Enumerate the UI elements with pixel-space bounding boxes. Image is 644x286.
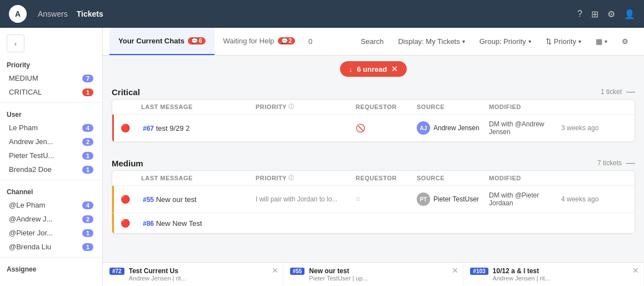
bottom-toast-1[interactable]: #55 New our test Pieter TestUser | up...… xyxy=(283,262,464,286)
user-icon[interactable]: 👤 xyxy=(624,9,635,19)
display-filter-button[interactable]: Display: My Tickets ▾ xyxy=(393,35,469,48)
toast-content-1: New our test Pieter TestUser | up... xyxy=(309,267,456,282)
tab-current-chats[interactable]: Your Current Chats 💬 6 xyxy=(109,28,214,55)
sidebar-item-channel-le-pham[interactable]: @Le Pham 4 xyxy=(2,198,100,212)
sidebar-item-channel-pieter[interactable]: @Pieter Jor... 1 xyxy=(2,226,100,240)
ticket-row[interactable]: 🔴 #67 test 9/29 2 🚫 AJ Andrew Jensen xyxy=(112,115,635,142)
sidebar-item-medium-label: MEDIUM xyxy=(9,74,38,82)
bottom-toast-2[interactable]: #103 10/12 a & l test Andrew Jensen | ri… xyxy=(463,262,644,286)
toast-close-2[interactable]: ✕ xyxy=(632,266,639,275)
sidebar-section-priority: Priority xyxy=(0,57,102,71)
col-last-message-m: Last Message xyxy=(141,174,256,182)
critical-ticket-table: Last Message Priority ⓘ Requestor Source… xyxy=(112,99,635,142)
toast-sub-1: Pieter TestUser | up... xyxy=(309,275,456,282)
sidebar-item-medium-count: 7 xyxy=(82,75,93,82)
avatar: PT xyxy=(417,193,430,206)
nav-tickets[interactable]: Tickets xyxy=(77,9,103,18)
priority-info-icon-m: ⓘ xyxy=(288,174,294,182)
sidebar-collapse-button[interactable]: ‹ xyxy=(7,34,24,52)
ticket-priority: 🚫 xyxy=(356,124,417,132)
toast-content-2: 10/12 a & l test Andrew Jensen | rit... xyxy=(493,267,637,282)
sidebar-section-channel: Channel xyxy=(0,184,102,198)
toast-badge-1: #55 xyxy=(290,268,305,275)
content-area: ↓ 6 unread ✕ Critical 1 ticket — Last Me… xyxy=(103,56,644,286)
toast-badge-0: #72 xyxy=(109,268,124,275)
toast-sub-0: Andrew Jensen | rit... xyxy=(129,275,276,282)
tab-waiting-badge: 💬 2 xyxy=(278,37,296,45)
ticket-priority: = xyxy=(356,195,417,204)
tabs-actions: Search Display: My Tickets ▾ Group: Prio… xyxy=(352,28,637,55)
sidebar-item-pieter-test[interactable]: Pieter TestU... 1 xyxy=(2,149,100,162)
sort-icon: ⇅ xyxy=(546,37,552,46)
ticket-source: DM with @Pieter Jordaan xyxy=(489,191,561,207)
toast-sub-2: Andrew Jensen | rit... xyxy=(493,275,637,282)
chevron-down-icon: ▾ xyxy=(528,38,531,45)
sidebar: ‹ Priority MEDIUM 7 CRITICAL 1 User Le P… xyxy=(0,28,103,286)
avatar: AJ xyxy=(417,121,430,135)
toast-badge-2: #103 xyxy=(470,268,488,275)
sidebar-item-brenda2-doe[interactable]: Brenda2 Doe 1 xyxy=(2,162,100,176)
top-nav: A Answers Tickets ? ⊞ ⚙ 👤 xyxy=(0,0,644,28)
critical-table-header: Last Message Priority ⓘ Requestor Source… xyxy=(112,100,635,115)
help-icon[interactable]: ? xyxy=(577,9,582,19)
search-button[interactable]: Search xyxy=(356,35,388,48)
tab-number[interactable]: 0 xyxy=(304,37,317,46)
gear-icon: ⚙ xyxy=(622,37,628,46)
settings-button[interactable]: ⚙ xyxy=(617,35,633,48)
view-toggle-button[interactable]: ▦ ▾ xyxy=(591,35,612,48)
critical-section-count: 1 ticket xyxy=(601,88,622,96)
ticket-requestor: PT Pieter TestUser xyxy=(417,193,489,206)
priority-info-icon: ⓘ xyxy=(288,103,294,111)
toast-title-1: New our test xyxy=(309,267,456,275)
ticket-id-title: #55 New our test xyxy=(143,195,256,204)
critical-section-collapse[interactable]: — xyxy=(626,87,635,97)
col-last-message: Last Message xyxy=(141,103,256,111)
ticket-row[interactable]: 🔴 #55 New our test I will pair with Jord… xyxy=(112,186,635,213)
ticket-modified: 4 weeks ago xyxy=(561,195,628,203)
col-source: Source xyxy=(417,103,489,111)
unread-toast-label: 6 unread xyxy=(357,65,387,73)
gear-icon[interactable]: ⚙ xyxy=(607,9,615,19)
priority-sort-button[interactable]: ⇅ Priority ▾ xyxy=(541,35,586,48)
toast-close-1[interactable]: ✕ xyxy=(452,266,458,275)
unread-toast-container: ↓ 6 unread ✕ xyxy=(112,56,635,80)
ticket-id-title: #67 test 9/29 2 xyxy=(143,124,256,132)
medium-ticket-table: Last Message Priority ⓘ Requestor Source… xyxy=(112,170,635,234)
add-icon[interactable]: ⊞ xyxy=(591,9,598,19)
col-source-m: Source xyxy=(417,174,489,182)
layout: ‹ Priority MEDIUM 7 CRITICAL 1 User Le P… xyxy=(0,28,644,286)
nav-answers[interactable]: Answers xyxy=(38,9,68,18)
chevron-down-icon: ▾ xyxy=(605,38,607,45)
ticket-row[interactable]: 🔴 #86 New New Test xyxy=(112,213,635,234)
main-content: Your Current Chats 💬 6 Waiting for Help … xyxy=(103,28,644,286)
tab-current-chats-label: Your Current Chats xyxy=(118,37,184,45)
toast-close-0[interactable]: ✕ xyxy=(272,266,278,275)
sidebar-item-critical-label: CRITICAL xyxy=(9,88,42,96)
medium-section-collapse[interactable]: — xyxy=(626,158,635,168)
medium-section-count: 7 tickets xyxy=(597,159,622,167)
toast-content-0: Test Current Us Andrew Jensen | rit... xyxy=(129,267,276,282)
ticket-id-title: #86 New New Test xyxy=(143,219,256,228)
ticket-icon: 🔴 xyxy=(121,219,143,228)
unread-toast[interactable]: ↓ 6 unread ✕ xyxy=(340,61,407,77)
sidebar-item-medium[interactable]: MEDIUM 7 xyxy=(2,71,100,85)
unread-arrow-icon: ↓ xyxy=(349,65,353,73)
unread-toast-close-button[interactable]: ✕ xyxy=(391,65,398,73)
sidebar-item-channel-brenda[interactable]: @Brenda Liu 1 xyxy=(2,240,100,254)
ticket-icon: 🔴 xyxy=(121,195,143,204)
sidebar-item-critical[interactable]: CRITICAL 1 xyxy=(2,85,100,99)
col-requestor: Requestor xyxy=(356,103,417,111)
critical-section-title: Critical xyxy=(112,87,140,97)
sidebar-item-channel-andrew[interactable]: @Andrew J... 2 xyxy=(2,212,100,226)
bottom-toast-0[interactable]: #72 Test Current Us Andrew Jensen | rit.… xyxy=(103,262,283,286)
medium-table-header: Last Message Priority ⓘ Requestor Source… xyxy=(112,171,635,186)
group-filter-button[interactable]: Group: Priority ▾ xyxy=(475,35,536,48)
tab-waiting-for-help[interactable]: Waiting for Help 💬 2 xyxy=(214,28,304,55)
bottom-toasts: #72 Test Current Us Andrew Jensen | rit.… xyxy=(103,262,644,286)
ticket-requestor: AJ Andrew Jensen xyxy=(417,121,489,135)
tab-current-chats-badge: 💬 6 xyxy=(188,37,206,45)
sidebar-section-assignee: Assignee xyxy=(0,261,102,275)
sidebar-item-andrew-jen[interactable]: Andrew Jen... 2 xyxy=(2,135,100,149)
col-requestor-m: Requestor xyxy=(356,174,417,182)
sidebar-item-le-pham[interactable]: Le Pham 4 xyxy=(2,121,100,135)
